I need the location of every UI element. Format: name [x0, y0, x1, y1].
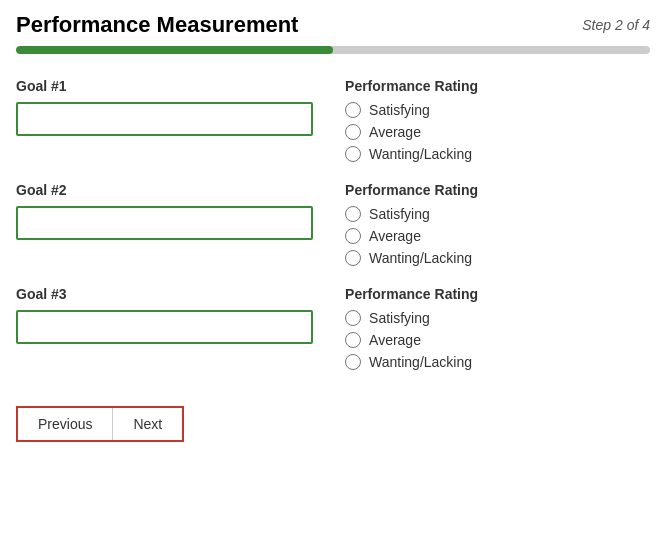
goal-1-option-average[interactable]: Average — [345, 124, 650, 140]
goal-3-input[interactable] — [16, 310, 313, 344]
goal-3-radio-wanting[interactable] — [345, 354, 361, 370]
goal-3-label-wanting: Wanting/Lacking — [369, 354, 472, 370]
goal-1-option-satisfying[interactable]: Satisfying — [345, 102, 650, 118]
goal-3-option-average[interactable]: Average — [345, 332, 650, 348]
goal-1-label-wanting: Wanting/Lacking — [369, 146, 472, 162]
goal-3-left: Goal #3 — [16, 286, 333, 370]
goal-2-left: Goal #2 — [16, 182, 333, 266]
goal-3-rating-label: Performance Rating — [345, 286, 650, 302]
goal-3-rating-section: Performance Rating Satisfying Average Wa… — [333, 286, 650, 370]
goal-1-left: Goal #1 — [16, 78, 333, 162]
page-title: Performance Measurement — [16, 12, 298, 38]
goal-1-option-wanting[interactable]: Wanting/Lacking — [345, 146, 650, 162]
nav-buttons: Previous Next — [16, 406, 184, 442]
goal-1-rating-section: Performance Rating Satisfying Average Wa… — [333, 78, 650, 162]
goal-1-label-average: Average — [369, 124, 421, 140]
goal-row-2: Goal #2 Performance Rating Satisfying Av… — [16, 182, 650, 266]
goal-2-radio-group: Satisfying Average Wanting/Lacking — [345, 206, 650, 266]
goal-1-radio-satisfying[interactable] — [345, 102, 361, 118]
goal-3-label-average: Average — [369, 332, 421, 348]
goal-1-input[interactable] — [16, 102, 313, 136]
page-container: Performance Measurement Step 2 of 4 Goal… — [0, 0, 666, 549]
goal-3-label: Goal #3 — [16, 286, 313, 302]
goal-1-radio-wanting[interactable] — [345, 146, 361, 162]
goal-2-radio-average[interactable] — [345, 228, 361, 244]
goal-3-radio-satisfying[interactable] — [345, 310, 361, 326]
goal-1-rating-label: Performance Rating — [345, 78, 650, 94]
goal-row-1: Goal #1 Performance Rating Satisfying Av… — [16, 78, 650, 162]
step-label: Step 2 of 4 — [582, 17, 650, 33]
goal-1-radio-average[interactable] — [345, 124, 361, 140]
goal-row-3: Goal #3 Performance Rating Satisfying Av… — [16, 286, 650, 370]
progress-bar-container — [16, 46, 650, 54]
goal-3-label-satisfying: Satisfying — [369, 310, 430, 326]
goal-1-radio-group: Satisfying Average Wanting/Lacking — [345, 102, 650, 162]
goal-1-label-satisfying: Satisfying — [369, 102, 430, 118]
goal-2-radio-wanting[interactable] — [345, 250, 361, 266]
goal-2-option-wanting[interactable]: Wanting/Lacking — [345, 250, 650, 266]
header-row: Performance Measurement Step 2 of 4 — [16, 12, 650, 38]
goal-3-option-wanting[interactable]: Wanting/Lacking — [345, 354, 650, 370]
goal-2-label: Goal #2 — [16, 182, 313, 198]
next-button[interactable]: Next — [113, 408, 182, 440]
progress-bar-fill — [16, 46, 333, 54]
goal-2-label-wanting: Wanting/Lacking — [369, 250, 472, 266]
goal-3-radio-average[interactable] — [345, 332, 361, 348]
previous-button[interactable]: Previous — [18, 408, 113, 440]
goal-1-label: Goal #1 — [16, 78, 313, 94]
goal-2-rating-section: Performance Rating Satisfying Average Wa… — [333, 182, 650, 266]
goal-2-label-satisfying: Satisfying — [369, 206, 430, 222]
goal-2-input[interactable] — [16, 206, 313, 240]
goal-3-option-satisfying[interactable]: Satisfying — [345, 310, 650, 326]
goal-2-label-average: Average — [369, 228, 421, 244]
goal-2-option-average[interactable]: Average — [345, 228, 650, 244]
goal-2-radio-satisfying[interactable] — [345, 206, 361, 222]
goal-3-radio-group: Satisfying Average Wanting/Lacking — [345, 310, 650, 370]
goal-2-rating-label: Performance Rating — [345, 182, 650, 198]
goals-section: Goal #1 Performance Rating Satisfying Av… — [16, 78, 650, 390]
goal-2-option-satisfying[interactable]: Satisfying — [345, 206, 650, 222]
